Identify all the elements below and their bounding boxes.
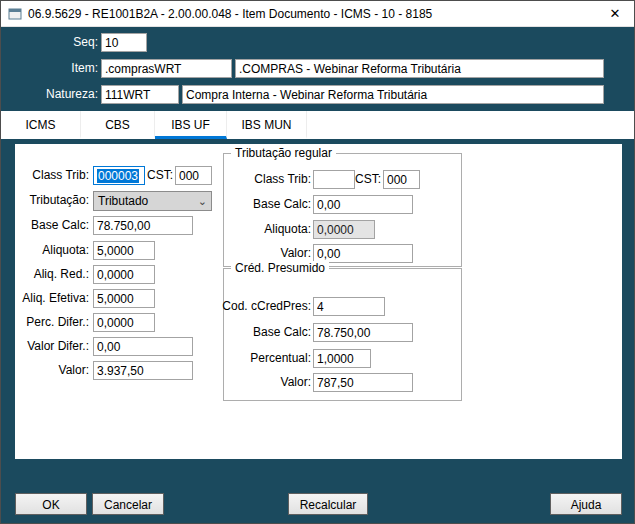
item-description-field [235, 59, 604, 78]
aliq-red-input[interactable] [93, 265, 155, 284]
natureza-label: Natureza: [21, 85, 98, 104]
tr-aliquota-input [313, 220, 375, 239]
cp-base-calc-label: Base Calc: [221, 323, 311, 342]
app-icon [8, 7, 22, 21]
item-label: Item: [21, 59, 98, 78]
seq-label: Seq: [21, 33, 98, 52]
selected-text: 000003 [97, 169, 139, 183]
base-calc-input[interactable] [93, 216, 193, 235]
tab-bar: ICMS CBS IBS UF IBS MUN [1, 111, 634, 139]
content-panel: Class Trib: 000003 CST: Tributação: Trib… [15, 144, 622, 459]
aliq-efetiva-label: Aliq. Efetiva: [15, 289, 89, 308]
tributacao-regular-title: Tributação regular [231, 146, 336, 160]
ajuda-button[interactable]: Ajuda [550, 493, 622, 515]
cancelar-button[interactable]: Cancelar [92, 493, 164, 515]
tab-ibs-mun[interactable]: IBS MUN [227, 111, 307, 139]
perc-difer-input[interactable] [93, 313, 155, 332]
tr-aliquota-label: Aliquota: [225, 220, 311, 239]
aliq-efetiva-input[interactable] [93, 289, 155, 308]
tab-cbs[interactable]: CBS [81, 111, 155, 139]
valor-input[interactable] [93, 361, 193, 380]
cst-label: CST: [143, 166, 173, 185]
cp-percentual-label: Percentual: [221, 349, 311, 368]
class-trib-input[interactable]: 000003 [93, 166, 145, 185]
natureza-input[interactable] [101, 85, 179, 104]
tr-class-trib-label: Class Trib: [225, 170, 311, 189]
cp-cod-label: Cod. cCredPres: [221, 297, 311, 316]
cst-input[interactable] [175, 166, 212, 185]
item-input[interactable] [101, 59, 232, 78]
base-calc-label: Base Calc: [15, 216, 89, 235]
natureza-description-field [182, 85, 604, 104]
aliq-red-label: Aliq. Red.: [15, 265, 89, 284]
cp-base-calc-input[interactable] [313, 323, 413, 342]
tab-icms[interactable]: ICMS [1, 111, 81, 139]
cp-percentual-input[interactable] [313, 349, 371, 368]
cp-valor-label: Valor: [221, 373, 311, 392]
cp-cod-input[interactable] [313, 297, 385, 316]
tr-class-trib-input[interactable] [313, 170, 355, 189]
tr-cst-label: CST: [353, 170, 381, 189]
tributacao-selected-value: Tributado [98, 194, 194, 208]
valor-difer-label: Valor Difer.: [15, 337, 89, 356]
recalcular-button[interactable]: Recalcular [288, 493, 368, 515]
close-button[interactable]: ✕ [596, 1, 634, 27]
aliquota-input[interactable] [93, 241, 155, 260]
cp-valor-input[interactable] [313, 373, 413, 392]
ok-button[interactable]: OK [15, 493, 87, 515]
valor-difer-input[interactable] [93, 337, 193, 356]
tr-cst-input[interactable] [383, 170, 420, 189]
tributacao-select[interactable]: Tributado ⌄ [93, 191, 212, 211]
tab-ibs-uf[interactable]: IBS UF [155, 111, 227, 139]
tr-base-calc-label: Base Calc: [225, 195, 311, 214]
window-title: 06.9.5629 - RE1001B2A - 2.00.00.048 - It… [28, 7, 432, 21]
cred-presumido-title: Créd. Presumido [231, 261, 329, 275]
class-trib-label: Class Trib: [15, 166, 89, 185]
titlebar: 06.9.5629 - RE1001B2A - 2.00.00.048 - It… [1, 1, 634, 27]
valor-label: Valor: [15, 361, 89, 380]
aliquota-label: Aliquota: [15, 241, 89, 260]
seq-input[interactable] [101, 33, 147, 52]
tributacao-label: Tributação: [15, 191, 89, 210]
dialog-window: 06.9.5629 - RE1001B2A - 2.00.00.048 - It… [0, 0, 635, 524]
perc-difer-label: Perc. Difer.: [15, 313, 89, 332]
chevron-down-icon: ⌄ [198, 196, 207, 207]
tr-base-calc-input[interactable] [313, 195, 413, 214]
